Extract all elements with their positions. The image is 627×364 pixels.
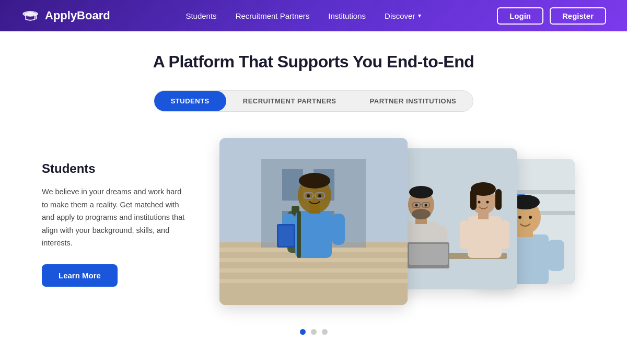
nav-link-institutions[interactable]: Institutions: [328, 11, 366, 20]
nav-links: Students Recruitment Partners Institutio…: [185, 11, 421, 20]
svg-rect-29: [297, 211, 301, 258]
tabs-container: STUDENTS RECRUITMENT PARTNERS PARTNER IN…: [42, 90, 585, 112]
tab-students[interactable]: STUDENTS: [154, 91, 226, 111]
brand-name: ApplyBoard: [45, 9, 110, 22]
navbar: ApplyBoard Students Recruitment Partners…: [0, 0, 627, 31]
svg-rect-54: [460, 220, 469, 249]
svg-rect-28: [278, 226, 294, 246]
image-card-main: [219, 138, 408, 305]
svg-rect-7: [219, 268, 408, 273]
svg-rect-26: [332, 214, 345, 245]
svg-point-35: [409, 186, 433, 198]
svg-point-24: [318, 194, 321, 197]
svg-rect-6: [219, 258, 408, 262]
svg-point-40: [415, 204, 418, 207]
login-button[interactable]: Login: [497, 7, 543, 25]
svg-point-1: [36, 14, 38, 16]
svg-rect-55: [500, 220, 509, 249]
svg-rect-69: [548, 240, 564, 271]
carousel-dot-2[interactable]: [311, 329, 317, 335]
navbar-actions: Login Register: [497, 7, 606, 25]
svg-point-67: [529, 216, 532, 219]
tab-recruitment-partners[interactable]: RECRUITMENT PARTNERS: [226, 91, 353, 111]
learn-more-button[interactable]: Learn More: [42, 264, 118, 287]
tabs-group: STUDENTS RECRUITMENT PARTNERS PARTNER IN…: [154, 90, 474, 112]
nav-link-recruitment-partners[interactable]: Recruitment Partners: [236, 11, 310, 20]
svg-rect-46: [468, 216, 502, 258]
carousel-dots: [42, 329, 585, 335]
svg-point-41: [425, 204, 427, 207]
nav-link-students[interactable]: Students: [185, 11, 216, 20]
svg-point-53: [486, 201, 489, 204]
student-image: [219, 138, 408, 305]
applyboard-logo-icon: [21, 8, 40, 23]
section-heading: Students: [42, 161, 188, 176]
section-body: We believe in your dreams and work hard …: [42, 185, 188, 250]
image-stack: [219, 138, 585, 310]
section-content: Students We believe in your dreams and w…: [42, 138, 585, 310]
svg-rect-45: [409, 244, 448, 265]
svg-point-19: [299, 173, 330, 189]
svg-point-52: [478, 201, 481, 204]
nav-link-discover[interactable]: Discover: [385, 11, 421, 20]
main-content: A Platform That Supports You End-to-End …: [0, 31, 627, 350]
svg-point-66: [518, 216, 521, 219]
svg-rect-8: [219, 279, 408, 283]
svg-point-36: [412, 209, 431, 219]
register-button[interactable]: Register: [550, 7, 606, 25]
carousel-dot-3[interactable]: [322, 329, 328, 335]
brand-logo[interactable]: ApplyBoard: [21, 8, 110, 23]
page-title: A Platform That Supports You End-to-End: [42, 52, 585, 72]
carousel-dot-1[interactable]: [300, 329, 306, 335]
svg-rect-51: [495, 189, 502, 210]
tab-partner-institutions[interactable]: PARTNER INSTITUTIONS: [353, 91, 473, 111]
svg-point-23: [307, 194, 310, 197]
section-text: Students We believe in your dreams and w…: [42, 161, 188, 287]
svg-rect-50: [470, 189, 477, 210]
